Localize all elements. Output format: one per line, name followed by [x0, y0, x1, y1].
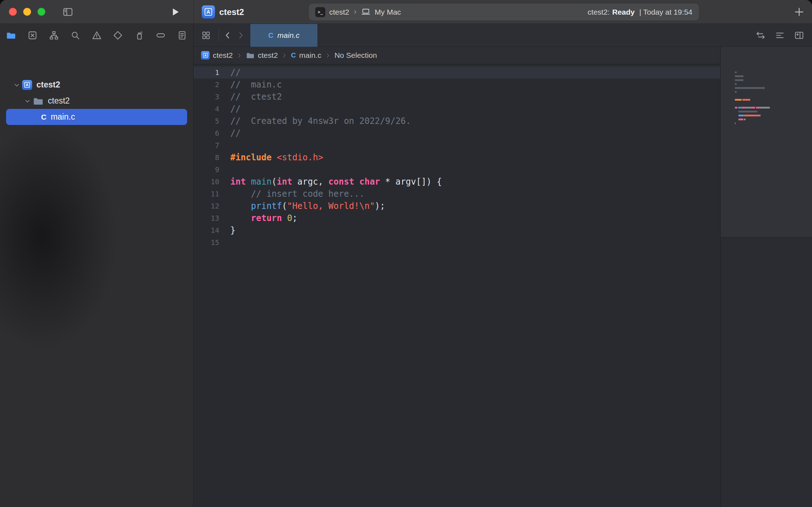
line-number[interactable]: 10 — [194, 176, 224, 188]
code-line[interactable]: 15 — [194, 236, 720, 249]
library-add-button[interactable] — [793, 6, 805, 17]
line-number[interactable]: 8 — [194, 151, 224, 164]
folder-icon — [246, 51, 255, 60]
minimap-line — [735, 111, 770, 115]
code-text: // main.c — [224, 79, 282, 91]
tests-navigator-icon[interactable] — [112, 30, 123, 41]
line-number[interactable]: 11 — [194, 188, 224, 200]
code-text — [224, 236, 230, 249]
jump-bar-breadcrumb: ctest2ctest2Cmain.cNo Selection — [194, 47, 720, 64]
line-number[interactable]: 13 — [194, 212, 224, 224]
line-number[interactable]: 9 — [194, 164, 224, 176]
line-number[interactable]: 2 — [194, 79, 224, 91]
code-line[interactable]: 4// — [194, 103, 720, 115]
line-number[interactable]: 14 — [194, 224, 224, 236]
scheme-chevron-icon: › — [353, 7, 357, 16]
code-text: // — [224, 103, 241, 115]
minimize-window-button[interactable] — [23, 8, 31, 16]
tab-main-c[interactable]: C main.c — [250, 24, 318, 47]
code-line[interactable]: 6// — [194, 127, 720, 139]
related-items-icon[interactable] — [200, 24, 212, 47]
tree-item-label: main.c — [51, 112, 75, 122]
line-number[interactable]: 5 — [194, 115, 224, 127]
line-number[interactable]: 12 — [194, 200, 224, 212]
code-text: printf("Hello, World!\n"); — [224, 200, 385, 212]
code-line[interactable]: 13 return 0; — [194, 212, 720, 224]
minimap-line — [735, 91, 770, 95]
line-number[interactable]: 6 — [194, 127, 224, 139]
disclosure-chevron-icon[interactable] — [11, 81, 22, 89]
destination-name: My Mac — [375, 8, 401, 16]
zoom-window-button[interactable] — [37, 8, 45, 16]
scheme-name: ctest2 — [329, 8, 349, 16]
editor-minimap[interactable] — [720, 47, 812, 507]
tabbar-divider — [219, 30, 219, 41]
minimap-line — [735, 122, 770, 126]
code-line[interactable]: 1// — [194, 66, 720, 79]
debug-navigator-icon[interactable] — [134, 30, 145, 41]
source-editor[interactable]: 1//2// main.c3// ctest24//5// Created by… — [194, 64, 720, 507]
tree-item-main-c[interactable]: Cmain.c — [6, 109, 187, 125]
navigator-sidebar: ctest2ctest2Cmain.c — [0, 24, 194, 507]
code-line[interactable]: 9 — [194, 164, 720, 176]
code-line[interactable]: 3// ctest2 — [194, 91, 720, 103]
breadcrumb-separator-icon — [282, 53, 287, 58]
go-back-button[interactable] — [222, 24, 234, 47]
minimap-line — [735, 126, 770, 130]
tree-item-ctest2[interactable]: ctest2 — [6, 93, 187, 109]
minimap-line — [735, 115, 770, 119]
line-number[interactable]: 4 — [194, 103, 224, 115]
code-line[interactable]: 11 // insert code here... — [194, 188, 720, 200]
minimap-code-bars — [735, 71, 770, 130]
toggle-navigator-icon[interactable] — [61, 6, 74, 17]
xcode-project-icon — [201, 51, 210, 60]
build-status-state: Ready — [612, 8, 635, 16]
code-line[interactable]: 5// Created by 4nsw3r on 2022/9/26. — [194, 115, 720, 127]
source-control-navigator-icon[interactable] — [27, 30, 38, 41]
breakpoints-navigator-icon[interactable] — [155, 30, 166, 41]
editor-tab-bar: C main.c — [194, 24, 812, 47]
code-line[interactable]: 2// main.c — [194, 79, 720, 91]
code-text: #include <stdio.h> — [224, 151, 323, 164]
find-navigator-icon[interactable] — [70, 30, 81, 41]
line-number[interactable]: 1 — [194, 66, 224, 79]
line-number[interactable]: 7 — [194, 139, 224, 151]
add-editor-icon[interactable] — [794, 30, 804, 40]
minimap-line — [735, 99, 770, 103]
toolbar: ctest2 >_ ctest2 › My Mac ctest2:Ready |… — [0, 0, 812, 24]
build-status: ctest2:Ready | Today at 19:54 — [588, 8, 692, 16]
code-line[interactable]: 7 — [194, 139, 720, 151]
run-button[interactable] — [170, 6, 181, 17]
breadcrumb-item[interactable]: ctest2 — [201, 51, 233, 60]
disclosure-chevron-icon[interactable] — [22, 97, 33, 105]
go-forward-button[interactable] — [235, 24, 246, 47]
code-line[interactable]: 12 printf("Hello, World!\n"); — [194, 200, 720, 212]
close-window-button[interactable] — [9, 8, 17, 16]
window-project-title: ctest2 — [219, 0, 244, 24]
issues-navigator-icon[interactable] — [91, 30, 102, 41]
breadcrumb-label: ctest2 — [258, 51, 278, 60]
project-navigator-icon[interactable] — [6, 30, 16, 41]
tree-item-ctest2[interactable]: ctest2 — [6, 77, 187, 93]
tab-label: main.c — [277, 31, 300, 40]
breadcrumb-item[interactable]: ctest2 — [246, 51, 278, 60]
code-line[interactable]: 10int main(int argc, const char * argv[]… — [194, 176, 720, 188]
reports-navigator-icon[interactable] — [177, 30, 187, 41]
symbols-navigator-icon[interactable] — [49, 30, 59, 41]
line-number[interactable]: 3 — [194, 91, 224, 103]
breadcrumb-item[interactable]: No Selection — [335, 51, 377, 60]
code-text: // ctest2 — [224, 91, 282, 103]
scheme-selector[interactable]: >_ ctest2 › My Mac — [315, 7, 401, 17]
editor-controls — [756, 24, 804, 47]
editor-options-icon[interactable] — [775, 30, 785, 40]
code-line[interactable]: 14} — [194, 224, 720, 236]
minimap-line — [735, 75, 770, 79]
line-number[interactable]: 15 — [194, 236, 224, 249]
breadcrumb-item[interactable]: Cmain.c — [291, 51, 321, 60]
minimap-line — [735, 83, 770, 87]
breadcrumb-label: No Selection — [335, 51, 377, 60]
code-review-icon[interactable] — [756, 30, 766, 40]
c-file-icon: C — [291, 51, 296, 59]
code-line[interactable]: 8#include <stdio.h> — [194, 151, 720, 164]
activity-status-bar[interactable]: >_ ctest2 › My Mac ctest2:Ready | Today … — [309, 4, 699, 20]
